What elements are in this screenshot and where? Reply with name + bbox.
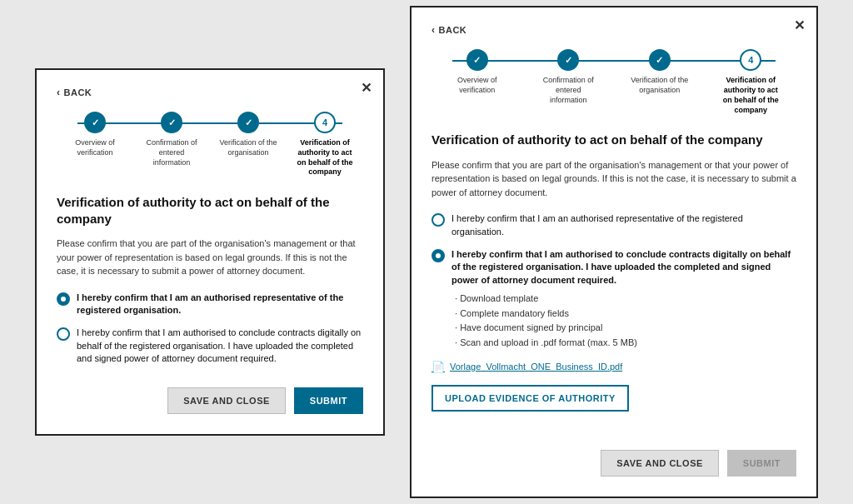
- radio-option-1-small[interactable]: I hereby confirm that I am an authorised…: [57, 292, 363, 317]
- radio-circle-1-large: [431, 213, 445, 227]
- checkmark-2-large: ✓: [565, 55, 572, 66]
- file-link-large[interactable]: 📄 Vorlage_Vollmacht_ONE_Business_ID.pdf: [431, 361, 796, 373]
- bullet-item-1: Complete mandatory fields: [455, 307, 796, 322]
- radio-option-1-large[interactable]: I hereby confirm that I am an authorised…: [431, 212, 796, 238]
- step-label-2-small: Confirmation of entered information: [142, 138, 201, 167]
- radio-circle-2-large: [431, 249, 445, 262]
- back-link-small[interactable]: ‹ BACK: [57, 87, 363, 98]
- modal-title-large: Verification of authority to act on beha…: [431, 132, 796, 148]
- modal-desc-large: Please confirm that you are part of the …: [431, 158, 796, 200]
- step-circle-3-small: ✓: [237, 112, 259, 133]
- file-name-large: Vorlage_Vollmacht_ONE_Business_ID.pdf: [450, 362, 622, 372]
- modal-title-small: Verification of authority to act on beha…: [57, 194, 363, 227]
- step-3-large: ✓ Verification of the organisation: [614, 49, 706, 95]
- upload-button-large[interactable]: UPLOAD EVIDENCE OF AUTHORITY: [431, 385, 629, 412]
- step-label-1-large: Overview of verification: [448, 76, 506, 95]
- step-circle-1-large: ✓: [466, 49, 488, 71]
- step-circle-4-small: 4: [314, 112, 336, 133]
- step-1-large: ✓ Overview of verification: [431, 49, 523, 95]
- radio-text-2-small: I hereby confirm that I am authorised to…: [77, 327, 363, 365]
- step-1-small: ✓ Overview of verification: [57, 112, 133, 157]
- bullet-item-0: Download template: [455, 292, 796, 307]
- modal-footer-small: SAVE AND CLOSE SUBMIT: [57, 379, 363, 414]
- file-icon-large: 📄: [431, 361, 445, 373]
- checkmark-3-large: ✓: [656, 55, 663, 66]
- submit-button-large[interactable]: SUBMIT: [727, 450, 796, 477]
- step-label-1-small: Overview of verification: [66, 138, 124, 157]
- radio-text-1-small: I hereby confirm that I am an authorised…: [77, 292, 363, 317]
- back-arrow-icon-large: ‹: [431, 24, 436, 36]
- radio-circle-2-small: [57, 327, 70, 341]
- save-button-small[interactable]: SAVE AND CLOSE: [167, 387, 286, 414]
- step-number-4-small: 4: [322, 117, 327, 127]
- step-label-4-small: Verification of authority to act on beha…: [296, 138, 354, 177]
- step-4-small: 4 Verification of authority to act on be…: [287, 112, 363, 177]
- step-label-4-large: Verification of authority to act on beha…: [721, 76, 780, 115]
- radio-text-1-large: I hereby confirm that I am an authorised…: [451, 212, 796, 238]
- save-button-large[interactable]: SAVE AND CLOSE: [601, 450, 719, 477]
- submit-button-small[interactable]: SUBMIT: [294, 387, 363, 414]
- step-label-3-small: Verification of the organisation: [219, 138, 277, 157]
- bullet-item-2: Have document signed by principal: [455, 321, 796, 336]
- back-label-large: BACK: [439, 25, 467, 35]
- radio-option-2-large[interactable]: I hereby confirm that I am authorised to…: [431, 248, 796, 351]
- checkmark-3-small: ✓: [245, 117, 252, 128]
- close-button-small[interactable]: ✕: [361, 80, 372, 96]
- step-label-3-large: Verification of the organisation: [631, 76, 689, 95]
- radio-option-2-small[interactable]: I hereby confirm that I am authorised to…: [57, 327, 363, 365]
- checkmark-1-large: ✓: [473, 55, 481, 66]
- modal-desc-small: Please confirm that you are part of the …: [57, 237, 363, 278]
- modal-footer-large: SAVE AND CLOSE SUBMIT: [431, 442, 796, 477]
- step-2-large: ✓ Confirmation of entered information: [523, 49, 615, 105]
- back-label-small: BACK: [64, 87, 92, 97]
- modal-large: ✕ ‹ BACK ✓ Overview of verification ✓ Co…: [410, 6, 818, 497]
- bullet-item-3: Scan and upload in .pdf format (max. 5 M…: [455, 336, 796, 351]
- step-4-large: 4 Verification of authority to act on be…: [706, 49, 797, 115]
- modal-small: ✕ ‹ BACK ✓ Overview of verification ✓ Co…: [35, 68, 385, 435]
- step-label-2-large: Confirmation of entered information: [539, 76, 597, 105]
- checkmark-1-small: ✓: [92, 117, 99, 128]
- back-arrow-icon: ‹: [57, 87, 61, 98]
- close-button-large[interactable]: ✕: [794, 17, 805, 33]
- step-circle-1-small: ✓: [84, 112, 106, 133]
- checkmark-2-small: ✓: [168, 117, 176, 128]
- bullet-list-large: Download template Complete mandatory fie…: [455, 292, 796, 350]
- stepper-large: ✓ Overview of verification ✓ Confirmatio…: [431, 49, 796, 115]
- radio-text-2-large: I hereby confirm that I am authorised to…: [451, 248, 796, 287]
- step-circle-2-small: ✓: [161, 112, 182, 133]
- step-circle-3-large: ✓: [649, 49, 671, 71]
- stepper-small: ✓ Overview of verification ✓ Confirmatio…: [57, 112, 363, 177]
- step-circle-4-large: 4: [740, 49, 761, 71]
- radio-circle-1-small: [57, 292, 70, 306]
- step-number-4-large: 4: [748, 55, 753, 65]
- step-2-small: ✓ Confirmation of entered information: [133, 112, 210, 167]
- step-3-small: ✓ Verification of the organisation: [210, 112, 287, 157]
- back-link-large[interactable]: ‹ BACK: [431, 24, 796, 36]
- step-circle-2-large: ✓: [557, 49, 579, 71]
